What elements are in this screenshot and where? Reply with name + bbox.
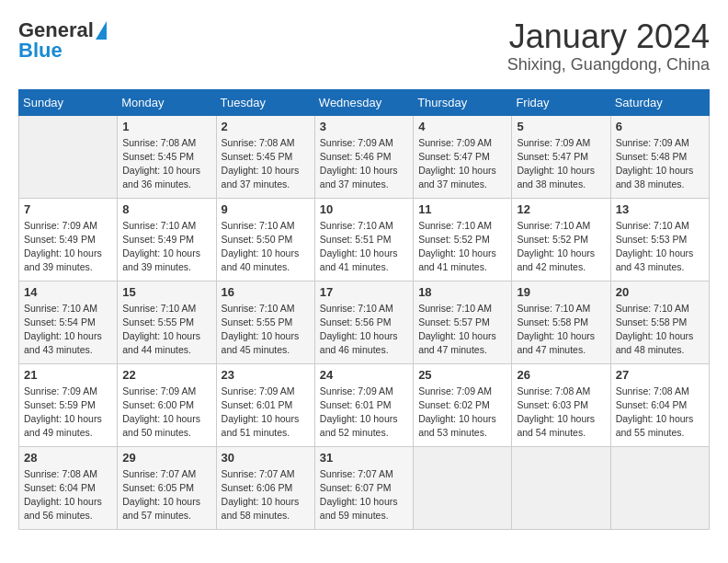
calendar-cell: 18 Sunrise: 7:10 AM Sunset: 5:57 PM Dayl… — [414, 281, 512, 363]
calendar-cell: 1 Sunrise: 7:08 AM Sunset: 5:45 PM Dayli… — [118, 115, 216, 198]
day-of-week-header: Tuesday — [216, 89, 314, 115]
day-info: Sunrise: 7:10 AM Sunset: 5:53 PM Dayligh… — [616, 219, 704, 275]
day-number: 19 — [517, 285, 605, 299]
day-number: 1 — [122, 120, 210, 133]
day-number: 29 — [122, 451, 210, 465]
day-number: 21 — [24, 368, 112, 382]
day-info: Sunrise: 7:09 AM Sunset: 6:00 PM Dayligh… — [122, 385, 210, 441]
day-info: Sunrise: 7:07 AM Sunset: 6:07 PM Dayligh… — [320, 467, 408, 523]
calendar-cell: 26 Sunrise: 7:08 AM Sunset: 6:03 PM Dayl… — [512, 363, 610, 446]
day-number: 25 — [418, 368, 506, 382]
title-block: January 2024 Shixing, Guangdong, China — [507, 18, 710, 75]
day-info: Sunrise: 7:09 AM Sunset: 5:48 PM Dayligh… — [616, 136, 704, 192]
day-number: 6 — [616, 120, 704, 133]
calendar-title: January 2024 — [507, 18, 710, 55]
day-number: 22 — [122, 368, 210, 382]
day-info: Sunrise: 7:08 AM Sunset: 6:04 PM Dayligh… — [616, 385, 704, 441]
calendar-cell: 11 Sunrise: 7:10 AM Sunset: 5:52 PM Dayl… — [414, 198, 512, 281]
day-number: 11 — [418, 202, 506, 216]
day-number: 17 — [320, 285, 408, 299]
calendar-cell: 12 Sunrise: 7:10 AM Sunset: 5:52 PM Dayl… — [512, 198, 610, 281]
calendar-cell: 20 Sunrise: 7:10 AM Sunset: 5:58 PM Dayl… — [610, 281, 709, 363]
day-number: 4 — [418, 120, 506, 133]
day-number: 24 — [320, 368, 408, 382]
calendar-cell: 10 Sunrise: 7:10 AM Sunset: 5:51 PM Dayl… — [314, 198, 413, 281]
calendar-week-row: 28 Sunrise: 7:08 AM Sunset: 6:04 PM Dayl… — [19, 446, 710, 529]
day-number: 7 — [24, 202, 112, 216]
day-number: 16 — [222, 285, 310, 299]
day-of-week-header: Wednesday — [314, 89, 413, 115]
calendar-cell: 5 Sunrise: 7:09 AM Sunset: 5:47 PM Dayli… — [512, 115, 610, 198]
day-info: Sunrise: 7:10 AM Sunset: 5:55 PM Dayligh… — [222, 302, 310, 358]
calendar-table: SundayMondayTuesdayWednesdayThursdayFrid… — [18, 89, 710, 530]
calendar-cell — [610, 446, 709, 529]
calendar-cell — [19, 115, 118, 198]
calendar-cell: 29 Sunrise: 7:07 AM Sunset: 6:05 PM Dayl… — [118, 446, 216, 529]
calendar-cell: 25 Sunrise: 7:09 AM Sunset: 6:02 PM Dayl… — [414, 363, 512, 446]
day-info: Sunrise: 7:09 AM Sunset: 5:49 PM Dayligh… — [24, 219, 112, 275]
day-number: 31 — [320, 451, 408, 465]
day-info: Sunrise: 7:10 AM Sunset: 5:52 PM Dayligh… — [418, 219, 506, 275]
day-of-week-header: Saturday — [610, 89, 709, 115]
calendar-week-row: 21 Sunrise: 7:09 AM Sunset: 5:59 PM Dayl… — [19, 363, 710, 446]
day-info: Sunrise: 7:09 AM Sunset: 6:02 PM Dayligh… — [418, 385, 506, 441]
calendar-cell: 23 Sunrise: 7:09 AM Sunset: 6:01 PM Dayl… — [216, 363, 314, 446]
day-info: Sunrise: 7:10 AM Sunset: 5:50 PM Dayligh… — [222, 219, 310, 275]
day-info: Sunrise: 7:10 AM Sunset: 5:57 PM Dayligh… — [418, 302, 506, 358]
day-number: 8 — [122, 202, 210, 216]
calendar-cell: 28 Sunrise: 7:08 AM Sunset: 6:04 PM Dayl… — [19, 446, 118, 529]
day-info: Sunrise: 7:08 AM Sunset: 6:03 PM Dayligh… — [517, 385, 605, 441]
calendar-cell: 21 Sunrise: 7:09 AM Sunset: 5:59 PM Dayl… — [19, 363, 118, 446]
day-number: 27 — [616, 368, 704, 382]
day-info: Sunrise: 7:09 AM Sunset: 5:47 PM Dayligh… — [418, 136, 506, 192]
day-number: 30 — [222, 451, 310, 465]
logo-icon — [96, 21, 107, 40]
day-info: Sunrise: 7:07 AM Sunset: 6:05 PM Dayligh… — [122, 467, 210, 523]
day-info: Sunrise: 7:10 AM Sunset: 5:54 PM Dayligh… — [24, 302, 112, 358]
day-number: 5 — [517, 120, 605, 133]
day-of-week-header: Monday — [118, 89, 216, 115]
page-header: General Blue January 2024 Shixing, Guang… — [18, 18, 710, 75]
calendar-cell: 16 Sunrise: 7:10 AM Sunset: 5:55 PM Dayl… — [216, 281, 314, 363]
calendar-cell — [414, 446, 512, 529]
day-info: Sunrise: 7:09 AM Sunset: 5:59 PM Dayligh… — [24, 385, 112, 441]
calendar-cell: 8 Sunrise: 7:10 AM Sunset: 5:49 PM Dayli… — [118, 198, 216, 281]
day-info: Sunrise: 7:10 AM Sunset: 5:58 PM Dayligh… — [517, 302, 605, 358]
day-of-week-header: Sunday — [19, 89, 118, 115]
calendar-cell: 3 Sunrise: 7:09 AM Sunset: 5:46 PM Dayli… — [314, 115, 413, 198]
day-number: 2 — [222, 120, 310, 133]
day-info: Sunrise: 7:08 AM Sunset: 5:45 PM Dayligh… — [222, 136, 310, 192]
day-info: Sunrise: 7:10 AM Sunset: 5:51 PM Dayligh… — [320, 219, 408, 275]
day-info: Sunrise: 7:07 AM Sunset: 6:06 PM Dayligh… — [222, 467, 310, 523]
day-number: 3 — [320, 120, 408, 133]
calendar-cell: 14 Sunrise: 7:10 AM Sunset: 5:54 PM Dayl… — [19, 281, 118, 363]
logo: General Blue — [18, 18, 107, 63]
calendar-cell: 4 Sunrise: 7:09 AM Sunset: 5:47 PM Dayli… — [414, 115, 512, 198]
day-number: 13 — [616, 202, 704, 216]
day-info: Sunrise: 7:09 AM Sunset: 5:47 PM Dayligh… — [517, 136, 605, 192]
day-info: Sunrise: 7:10 AM Sunset: 5:49 PM Dayligh… — [122, 219, 210, 275]
day-number: 9 — [222, 202, 310, 216]
day-number: 18 — [418, 285, 506, 299]
logo-blue-text: Blue — [18, 39, 63, 63]
day-info: Sunrise: 7:10 AM Sunset: 5:52 PM Dayligh… — [517, 219, 605, 275]
calendar-subtitle: Shixing, Guangdong, China — [507, 55, 710, 75]
day-number: 12 — [517, 202, 605, 216]
calendar-cell: 31 Sunrise: 7:07 AM Sunset: 6:07 PM Dayl… — [314, 446, 413, 529]
day-info: Sunrise: 7:10 AM Sunset: 5:55 PM Dayligh… — [122, 302, 210, 358]
day-info: Sunrise: 7:08 AM Sunset: 6:04 PM Dayligh… — [24, 467, 112, 523]
day-info: Sunrise: 7:10 AM Sunset: 5:58 PM Dayligh… — [616, 302, 704, 358]
calendar-cell: 17 Sunrise: 7:10 AM Sunset: 5:56 PM Dayl… — [314, 281, 413, 363]
day-info: Sunrise: 7:10 AM Sunset: 5:56 PM Dayligh… — [320, 302, 408, 358]
day-info: Sunrise: 7:09 AM Sunset: 6:01 PM Dayligh… — [320, 385, 408, 441]
calendar-header-row: SundayMondayTuesdayWednesdayThursdayFrid… — [19, 89, 710, 115]
calendar-cell: 7 Sunrise: 7:09 AM Sunset: 5:49 PM Dayli… — [19, 198, 118, 281]
calendar-week-row: 14 Sunrise: 7:10 AM Sunset: 5:54 PM Dayl… — [19, 281, 710, 363]
calendar-cell: 2 Sunrise: 7:08 AM Sunset: 5:45 PM Dayli… — [216, 115, 314, 198]
calendar-cell: 13 Sunrise: 7:10 AM Sunset: 5:53 PM Dayl… — [610, 198, 709, 281]
calendar-cell: 22 Sunrise: 7:09 AM Sunset: 6:00 PM Dayl… — [118, 363, 216, 446]
calendar-cell: 6 Sunrise: 7:09 AM Sunset: 5:48 PM Dayli… — [610, 115, 709, 198]
day-number: 20 — [616, 285, 704, 299]
day-number: 14 — [24, 285, 112, 299]
day-of-week-header: Thursday — [414, 89, 512, 115]
